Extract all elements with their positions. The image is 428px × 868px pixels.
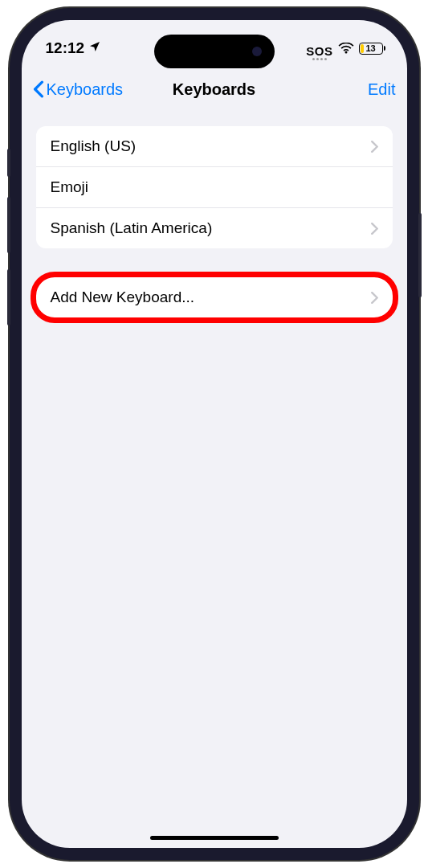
status-right: SOS 13 bbox=[306, 43, 382, 55]
side-button bbox=[7, 269, 10, 326]
chevron-left-icon bbox=[33, 80, 44, 98]
status-left: 12:12 bbox=[46, 39, 102, 57]
add-keyboard-group: Add New Keyboard... bbox=[36, 277, 393, 317]
side-button bbox=[7, 149, 10, 177]
keyboard-row-spanish[interactable]: Spanish (Latin America) bbox=[36, 208, 393, 248]
content-area: English (US) Emoji Spanish (Latin Americ… bbox=[22, 110, 407, 334]
side-button bbox=[7, 197, 10, 253]
add-keyboard-label: Add New Keyboard... bbox=[51, 289, 195, 306]
chevron-right-icon bbox=[371, 223, 378, 235]
wifi-icon bbox=[338, 43, 354, 55]
keyboard-label: English (US) bbox=[51, 137, 137, 155]
location-icon bbox=[88, 40, 101, 56]
add-keyboard-button[interactable]: Add New Keyboard... bbox=[36, 277, 393, 317]
battery-icon: 13 bbox=[359, 43, 383, 55]
home-indicator[interactable] bbox=[150, 836, 279, 840]
keyboard-label: Spanish (Latin America) bbox=[51, 219, 213, 237]
dynamic-island bbox=[154, 35, 275, 68]
status-time: 12:12 bbox=[46, 39, 85, 57]
sos-indicator: SOS bbox=[306, 44, 332, 52]
keyboard-row-english[interactable]: English (US) bbox=[36, 126, 393, 167]
chevron-right-icon bbox=[371, 141, 378, 153]
keyboard-row-emoji[interactable]: Emoji bbox=[36, 167, 393, 208]
phone-screen: 12:12 SOS 13 bbox=[22, 20, 407, 848]
edit-button[interactable]: Edit bbox=[368, 80, 395, 99]
page-title: Keyboards bbox=[173, 80, 255, 99]
chevron-right-icon bbox=[371, 292, 378, 304]
keyboards-list: English (US) Emoji Spanish (Latin Americ… bbox=[36, 126, 393, 248]
side-button bbox=[418, 213, 422, 297]
back-button[interactable]: Keyboards bbox=[33, 80, 124, 99]
phone-frame: 12:12 SOS 13 bbox=[10, 8, 419, 860]
navigation-bar: Keyboards Keyboards Edit bbox=[22, 68, 407, 110]
keyboard-label: Emoji bbox=[51, 178, 89, 196]
back-label: Keyboards bbox=[47, 80, 124, 99]
